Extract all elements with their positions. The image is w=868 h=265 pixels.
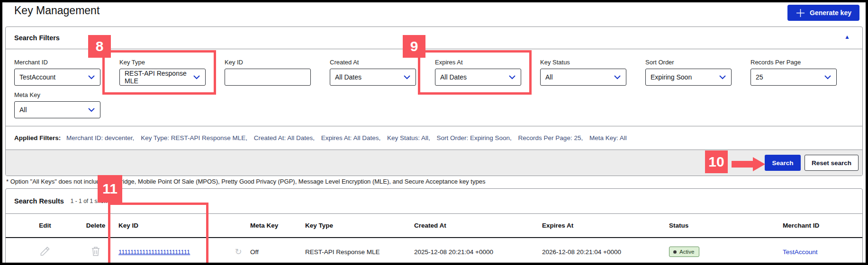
merchant-id-dropdown[interactable]: TestAccount <box>14 69 100 86</box>
pencil-icon <box>39 246 51 257</box>
status-dot-icon <box>673 250 677 254</box>
key-id-link[interactable]: 111111111111111111111111 <box>118 248 190 256</box>
trash-icon <box>90 246 101 257</box>
created-at-field: Created At All Dates <box>330 59 435 86</box>
chevron-down-icon <box>88 107 95 112</box>
meta-key-value: All <box>19 106 27 114</box>
plus-icon <box>796 8 805 18</box>
records-per-page-field: Records Per Page 25 <box>750 59 856 86</box>
search-button[interactable]: Search <box>765 155 801 171</box>
created-at-label: Created At <box>330 59 435 66</box>
meta-key-label: Meta Key <box>14 91 854 98</box>
applied-filter-item: Created At: All Dates, <box>254 134 315 141</box>
applied-filter-item: Records Per Page: 25, <box>518 134 583 141</box>
applied-filter-item: Key Type: REST-API Response MLE, <box>141 134 247 141</box>
chevron-down-icon <box>824 75 832 80</box>
callout-step-10: 10 <box>705 150 728 173</box>
column-header-key-id: Key ID <box>118 222 226 229</box>
key-id-field: Key ID <box>225 59 330 86</box>
search-filters-panel: Search Filters ▲ Merchant ID TestAccount… <box>5 26 863 176</box>
sort-order-field: Sort Order Expiring Soon <box>645 59 750 86</box>
merchant-id-label: Merchant ID <box>14 59 119 66</box>
chevron-down-icon <box>403 75 411 80</box>
expires-at-value: All Dates <box>440 73 467 81</box>
filters-block: Merchant ID TestAccount Key Type REST-AP… <box>6 49 862 126</box>
key-type-cell: REST-API Response MLE <box>305 248 414 256</box>
all-keys-note: * Option "All Keys" does not include ISV… <box>6 178 485 185</box>
column-header-meta-key: Meta Key <box>250 222 305 229</box>
results-table-header: Edit Delete Key ID Meta Key Key Type Cre… <box>6 214 862 238</box>
merchant-id-field: Merchant ID TestAccount <box>14 59 119 86</box>
key-type-label: Key Type <box>119 59 225 66</box>
collapse-icon[interactable]: ▲ <box>844 34 850 40</box>
column-header-created-at: Created At <box>414 222 542 229</box>
search-results-header: Search Results 1 - 1 of 1 shown <box>6 189 862 213</box>
key-id-input[interactable] <box>225 69 311 86</box>
applied-filters: Applied Filters: Merchant ID: devcenter,… <box>6 126 862 150</box>
search-filters-header: Search Filters ▲ <box>6 27 862 49</box>
chevron-down-icon <box>614 75 621 80</box>
status-text: Active <box>679 249 694 255</box>
table-row: 111111111111111111111111 ↻ Off REST-API … <box>6 238 862 265</box>
key-type-field: Key Type REST-API Response MLE <box>119 59 225 86</box>
delete-button[interactable] <box>90 246 101 258</box>
callout-arrow-head-icon <box>753 157 765 171</box>
chevron-down-icon <box>193 75 200 80</box>
expires-at-dropdown[interactable]: All Dates <box>435 69 521 86</box>
status-badge: Active <box>669 247 699 257</box>
reset-search-button[interactable]: Reset search <box>805 155 859 171</box>
chevron-down-icon <box>508 75 516 80</box>
applied-filter-item: Sort Order: Expiring Soon, <box>436 134 511 141</box>
key-type-value: REST-API Response MLE <box>125 70 193 85</box>
key-management-page: Key Management Generate key Search Filte… <box>0 0 868 265</box>
key-status-field: Key Status All <box>540 59 645 86</box>
key-status-value: All <box>545 73 553 81</box>
meta-key-dropdown[interactable]: All <box>14 101 100 118</box>
callout-step-8: 8 <box>88 35 111 58</box>
refresh-icon[interactable]: ↻ <box>235 247 242 257</box>
callout-step-9: 9 <box>403 35 425 58</box>
created-at-cell: 2025-12-08 20:21:04 +0000 <box>414 248 542 256</box>
applied-filters-label: Applied Filters: <box>14 134 61 141</box>
search-results-panel: Search Results 1 - 1 of 1 shown Edit Del… <box>5 188 863 265</box>
chevron-down-icon <box>719 75 726 80</box>
records-per-page-value: 25 <box>756 73 763 81</box>
column-header-merchant-id: Merchant ID <box>783 222 862 229</box>
applied-filter-item: Meta Key: All <box>589 134 627 141</box>
expires-at-cell: 2026-12-08 20:21:04 +0000 <box>542 248 669 256</box>
created-at-value: All Dates <box>335 73 362 81</box>
search-results-title: Search Results <box>14 197 64 205</box>
callout-arrow-icon <box>732 161 753 168</box>
column-header-delete: Delete <box>73 222 118 229</box>
applied-filter-item: Key Status: All, <box>387 134 430 141</box>
key-type-dropdown[interactable]: REST-API Response MLE <box>119 69 206 86</box>
callout-step-11: 11 <box>98 175 122 203</box>
generate-key-label: Generate key <box>810 9 851 17</box>
merchant-id-link[interactable]: TestAccount <box>783 248 818 256</box>
edit-button[interactable] <box>39 246 51 258</box>
chevron-down-icon <box>88 75 95 80</box>
records-per-page-dropdown[interactable]: 25 <box>750 69 837 86</box>
expires-at-field: Expires At All Dates <box>435 59 540 86</box>
sort-order-label: Sort Order <box>645 59 750 66</box>
key-id-label: Key ID <box>225 59 330 66</box>
key-status-label: Key Status <box>540 59 645 66</box>
expires-at-label: Expires At <box>435 59 540 66</box>
meta-key-field: Meta Key All <box>14 91 854 118</box>
column-header-key-type: Key Type <box>305 222 414 229</box>
key-status-dropdown[interactable]: All <box>540 69 626 86</box>
sort-order-dropdown[interactable]: Expiring Soon <box>645 69 732 86</box>
search-filters-title: Search Filters <box>14 34 60 42</box>
column-header-expires-at: Expires At <box>542 222 669 229</box>
meta-key-cell: Off <box>250 248 305 256</box>
sort-order-value: Expiring Soon <box>651 73 692 81</box>
applied-filter-item: Expires At: All Dates, <box>321 134 380 141</box>
created-at-dropdown[interactable]: All Dates <box>330 69 416 86</box>
merchant-id-value: TestAccount <box>19 73 55 81</box>
records-per-page-label: Records Per Page <box>750 59 856 66</box>
column-header-edit: Edit <box>17 222 73 229</box>
generate-key-button[interactable]: Generate key <box>787 5 859 21</box>
page-title: Key Management <box>14 4 99 17</box>
column-header-status: Status <box>669 222 783 229</box>
applied-filter-item: Merchant ID: devcenter, <box>66 134 134 141</box>
